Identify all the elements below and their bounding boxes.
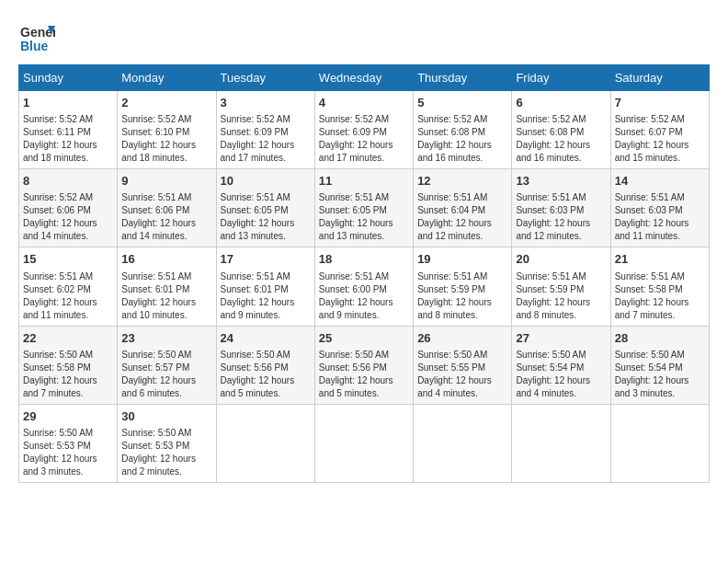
day-number: 21 bbox=[615, 251, 705, 268]
calendar-cell-w1d0: 8Sunrise: 5:52 AMSunset: 6:06 PMDaylight… bbox=[19, 169, 118, 247]
day-info: Sunrise: 5:50 AMSunset: 5:56 PMDaylight:… bbox=[221, 349, 311, 400]
day-info: Sunrise: 5:51 AMSunset: 6:06 PMDaylight:… bbox=[121, 191, 211, 243]
day-number: 5 bbox=[417, 95, 507, 111]
day-info: Sunrise: 5:52 AMSunset: 6:11 PMDaylight:… bbox=[23, 113, 113, 165]
day-info: Sunrise: 5:52 AMSunset: 6:07 PMDaylight:… bbox=[615, 113, 705, 165]
calendar-week-row-0: 1Sunrise: 5:52 AMSunset: 6:11 PMDaylight… bbox=[19, 91, 710, 169]
calendar-cell-w4d6 bbox=[610, 404, 709, 482]
weekday-header-saturday: Saturday bbox=[610, 65, 709, 91]
day-number: 17 bbox=[221, 251, 311, 268]
calendar-cell-w2d2: 17Sunrise: 5:51 AMSunset: 6:01 PMDayligh… bbox=[216, 247, 314, 326]
day-info: Sunrise: 5:51 AMSunset: 6:03 PMDaylight:… bbox=[615, 191, 705, 243]
calendar-week-row-3: 22Sunrise: 5:50 AMSunset: 5:58 PMDayligh… bbox=[19, 326, 710, 404]
calendar-cell-w3d6: 28Sunrise: 5:50 AMSunset: 5:54 PMDayligh… bbox=[610, 326, 709, 404]
day-number: 27 bbox=[516, 330, 606, 347]
day-number: 11 bbox=[319, 173, 409, 190]
calendar-table: SundayMondayTuesdayWednesdayThursdayFrid… bbox=[18, 64, 710, 483]
day-info: Sunrise: 5:52 AMSunset: 6:06 PMDaylight:… bbox=[23, 191, 113, 243]
calendar-cell-w4d3 bbox=[314, 404, 413, 482]
day-info: Sunrise: 5:51 AMSunset: 6:04 PMDaylight:… bbox=[417, 191, 507, 243]
calendar-cell-w3d5: 27Sunrise: 5:50 AMSunset: 5:54 PMDayligh… bbox=[512, 326, 610, 404]
weekday-header-monday: Monday bbox=[118, 65, 216, 91]
day-number: 8 bbox=[23, 173, 113, 190]
logo: General Blue bbox=[18, 18, 59, 55]
calendar-cell-w0d5: 6Sunrise: 5:52 AMSunset: 6:08 PMDaylight… bbox=[512, 91, 610, 169]
day-info: Sunrise: 5:51 AMSunset: 5:59 PMDaylight:… bbox=[516, 270, 606, 322]
day-number: 12 bbox=[417, 173, 507, 190]
day-number: 2 bbox=[121, 95, 211, 111]
calendar-week-row-4: 29Sunrise: 5:50 AMSunset: 5:53 PMDayligh… bbox=[19, 404, 710, 482]
day-number: 19 bbox=[417, 251, 507, 268]
day-number: 4 bbox=[319, 95, 409, 111]
day-info: Sunrise: 5:50 AMSunset: 5:54 PMDaylight:… bbox=[516, 349, 606, 400]
calendar-cell-w0d0: 1Sunrise: 5:52 AMSunset: 6:11 PMDaylight… bbox=[19, 91, 118, 169]
day-number: 25 bbox=[319, 330, 409, 347]
weekday-header-friday: Friday bbox=[512, 65, 610, 91]
day-info: Sunrise: 5:50 AMSunset: 5:57 PMDaylight:… bbox=[121, 349, 211, 400]
day-number: 10 bbox=[221, 173, 311, 190]
day-info: Sunrise: 5:50 AMSunset: 5:53 PMDaylight:… bbox=[23, 427, 113, 478]
calendar-week-row-1: 8Sunrise: 5:52 AMSunset: 6:06 PMDaylight… bbox=[19, 169, 710, 247]
day-info: Sunrise: 5:50 AMSunset: 5:56 PMDaylight:… bbox=[319, 349, 409, 400]
day-info: Sunrise: 5:50 AMSunset: 5:53 PMDaylight:… bbox=[121, 427, 211, 478]
calendar-week-row-2: 15Sunrise: 5:51 AMSunset: 6:02 PMDayligh… bbox=[19, 247, 710, 326]
day-number: 20 bbox=[516, 251, 606, 268]
day-info: Sunrise: 5:51 AMSunset: 6:01 PMDaylight:… bbox=[121, 270, 211, 322]
day-info: Sunrise: 5:52 AMSunset: 6:10 PMDaylight:… bbox=[121, 113, 211, 165]
day-number: 22 bbox=[23, 330, 113, 347]
calendar-cell-w1d1: 9Sunrise: 5:51 AMSunset: 6:06 PMDaylight… bbox=[118, 169, 216, 247]
calendar-cell-w2d4: 19Sunrise: 5:51 AMSunset: 5:59 PMDayligh… bbox=[414, 247, 512, 326]
day-number: 6 bbox=[516, 95, 606, 111]
day-number: 30 bbox=[121, 408, 211, 425]
day-number: 3 bbox=[221, 95, 311, 111]
day-info: Sunrise: 5:50 AMSunset: 5:54 PMDaylight:… bbox=[615, 349, 705, 400]
day-number: 18 bbox=[319, 251, 409, 268]
calendar-cell-w4d1: 30Sunrise: 5:50 AMSunset: 5:53 PMDayligh… bbox=[118, 404, 216, 482]
weekday-header-thursday: Thursday bbox=[414, 65, 512, 91]
svg-text:Blue: Blue bbox=[20, 39, 49, 53]
calendar-cell-w3d3: 25Sunrise: 5:50 AMSunset: 5:56 PMDayligh… bbox=[314, 326, 413, 404]
calendar-cell-w1d3: 11Sunrise: 5:51 AMSunset: 6:05 PMDayligh… bbox=[314, 169, 413, 247]
day-number: 23 bbox=[121, 330, 211, 347]
day-info: Sunrise: 5:52 AMSunset: 6:08 PMDaylight:… bbox=[417, 113, 507, 165]
day-info: Sunrise: 5:52 AMSunset: 6:09 PMDaylight:… bbox=[319, 113, 409, 165]
calendar-cell-w0d4: 5Sunrise: 5:52 AMSunset: 6:08 PMDaylight… bbox=[414, 91, 512, 169]
calendar-cell-w2d3: 18Sunrise: 5:51 AMSunset: 6:00 PMDayligh… bbox=[314, 247, 413, 326]
day-info: Sunrise: 5:51 AMSunset: 6:05 PMDaylight:… bbox=[221, 191, 311, 243]
day-info: Sunrise: 5:51 AMSunset: 6:05 PMDaylight:… bbox=[319, 191, 409, 243]
day-info: Sunrise: 5:51 AMSunset: 5:59 PMDaylight:… bbox=[417, 270, 507, 322]
day-number: 14 bbox=[615, 173, 705, 190]
weekday-header-wednesday: Wednesday bbox=[314, 65, 413, 91]
day-info: Sunrise: 5:51 AMSunset: 6:03 PMDaylight:… bbox=[516, 191, 606, 243]
day-info: Sunrise: 5:52 AMSunset: 6:08 PMDaylight:… bbox=[516, 113, 606, 165]
calendar-cell-w0d6: 7Sunrise: 5:52 AMSunset: 6:07 PMDaylight… bbox=[610, 91, 709, 169]
page-header: General Blue bbox=[18, 18, 710, 55]
calendar-body: 1Sunrise: 5:52 AMSunset: 6:11 PMDaylight… bbox=[19, 91, 710, 483]
calendar-cell-w2d5: 20Sunrise: 5:51 AMSunset: 5:59 PMDayligh… bbox=[512, 247, 610, 326]
day-number: 28 bbox=[615, 330, 705, 347]
day-info: Sunrise: 5:51 AMSunset: 5:58 PMDaylight:… bbox=[615, 270, 705, 322]
day-number: 26 bbox=[417, 330, 507, 347]
day-info: Sunrise: 5:51 AMSunset: 6:01 PMDaylight:… bbox=[221, 270, 311, 322]
day-number: 1 bbox=[23, 95, 113, 111]
calendar-cell-w3d0: 22Sunrise: 5:50 AMSunset: 5:58 PMDayligh… bbox=[19, 326, 118, 404]
day-number: 15 bbox=[23, 251, 113, 268]
calendar-cell-w1d2: 10Sunrise: 5:51 AMSunset: 6:05 PMDayligh… bbox=[216, 169, 314, 247]
day-info: Sunrise: 5:51 AMSunset: 6:00 PMDaylight:… bbox=[319, 270, 409, 322]
weekday-header-sunday: Sunday bbox=[19, 65, 118, 91]
day-info: Sunrise: 5:50 AMSunset: 5:55 PMDaylight:… bbox=[417, 349, 507, 400]
calendar-cell-w1d6: 14Sunrise: 5:51 AMSunset: 6:03 PMDayligh… bbox=[610, 169, 709, 247]
calendar-cell-w0d1: 2Sunrise: 5:52 AMSunset: 6:10 PMDaylight… bbox=[118, 91, 216, 169]
calendar-cell-w0d3: 4Sunrise: 5:52 AMSunset: 6:09 PMDaylight… bbox=[314, 91, 413, 169]
calendar-cell-w3d4: 26Sunrise: 5:50 AMSunset: 5:55 PMDayligh… bbox=[414, 326, 512, 404]
day-number: 9 bbox=[121, 173, 211, 190]
calendar-cell-w4d2 bbox=[216, 404, 314, 482]
day-number: 13 bbox=[516, 173, 606, 190]
day-number: 16 bbox=[121, 251, 211, 268]
calendar-cell-w1d4: 12Sunrise: 5:51 AMSunset: 6:04 PMDayligh… bbox=[414, 169, 512, 247]
calendar-cell-w0d2: 3Sunrise: 5:52 AMSunset: 6:09 PMDaylight… bbox=[216, 91, 314, 169]
calendar-cell-w4d4 bbox=[414, 404, 512, 482]
day-number: 7 bbox=[615, 95, 705, 111]
calendar-cell-w4d0: 29Sunrise: 5:50 AMSunset: 5:53 PMDayligh… bbox=[19, 404, 118, 482]
calendar-cell-w2d1: 16Sunrise: 5:51 AMSunset: 6:01 PMDayligh… bbox=[118, 247, 216, 326]
